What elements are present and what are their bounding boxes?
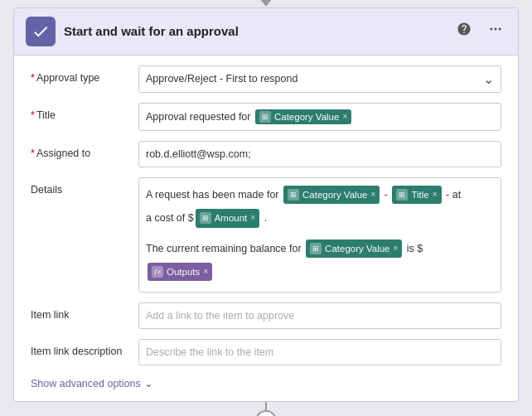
approval-type-row: *Approval type Approve/Reject - First to… (31, 65, 501, 93)
details-text-3b: is $ (404, 240, 423, 257)
title-prefix: Approval requested for (146, 111, 250, 123)
details-line-2: a cost of $ ⊞ Amount × . (146, 208, 267, 228)
approval-type-select[interactable]: Approve/Reject - First to respond ⌄ (138, 65, 501, 93)
token-icon: ⊞ (200, 212, 211, 224)
approval-icon (31, 22, 50, 41)
show-advanced-button[interactable]: Show advanced options ⌄ (31, 375, 501, 391)
item-link-desc-input[interactable]: Describe the link to the item (138, 339, 501, 365)
chevron-down-icon: ⌄ (144, 377, 153, 389)
item-link-desc-row: Item link description Describe the link … (31, 339, 501, 365)
category-value-token-title[interactable]: ⊞ Category Value × (255, 109, 351, 124)
assigned-to-row: *Assigned to rob.d.elliott@wsp.com; (31, 141, 501, 167)
item-link-label: Item link (31, 302, 138, 321)
item-link-row: Item link Add a link to the item to appr… (31, 302, 501, 329)
card-header: Start and wait for an approval (14, 8, 518, 56)
token-close[interactable]: × (370, 188, 375, 201)
token-icon: ⊞ (310, 243, 322, 254)
title-input[interactable]: Approval requested for ⊞ Category Value … (138, 103, 501, 131)
approval-card: Start and wait for an approval (13, 7, 519, 403)
details-text-1: A request has been made for (146, 186, 279, 203)
token-close[interactable]: × (250, 211, 255, 225)
bottom-line (265, 402, 267, 410)
help-button[interactable] (453, 20, 475, 42)
details-label: Details (31, 177, 138, 196)
details-end2: . (261, 210, 267, 226)
more-options-button[interactable] (485, 20, 506, 42)
details-token-category[interactable]: ⊞ Category Value × (283, 186, 380, 204)
title-row: *Title Approval requested for ⊞ Category… (31, 103, 501, 131)
details-token-amount[interactable]: ⊞ Amount × (196, 209, 259, 227)
chevron-down-icon: ⌄ (483, 71, 494, 87)
connector-arrow-top (258, 0, 274, 7)
details-token-category2[interactable]: ⊞ Category Value × (306, 239, 402, 258)
token-close[interactable]: × (433, 188, 438, 201)
token-icon: ⊞ (396, 189, 408, 201)
title-label: *Title (31, 103, 138, 121)
item-link-desc-label: Item link description (31, 339, 138, 357)
token-close[interactable]: × (203, 265, 208, 278)
token-icon: ⊞ (288, 189, 299, 201)
more-icon (488, 22, 503, 36)
assigned-to-label: *Assigned to (31, 141, 138, 159)
card-title: Start and wait for an approval (64, 24, 453, 38)
token-close[interactable]: × (394, 242, 399, 255)
details-line-3: The current remaining balance for ⊞ Cate… (146, 239, 423, 259)
show-advanced-label: Show advanced options (31, 378, 141, 389)
details-line-4: ƒx Outputs × (146, 262, 214, 282)
add-step-button[interactable]: + (255, 410, 277, 416)
item-link-placeholder: Add a link to the item to approve (146, 310, 294, 322)
header-actions (453, 20, 506, 42)
token-close-title[interactable]: × (342, 112, 347, 121)
connector-bottom: + (255, 402, 277, 416)
details-token-title[interactable]: ⊞ Title × (392, 186, 441, 204)
arrow-head (260, 0, 272, 7)
approval-type-label: *Approval type (31, 65, 138, 84)
details-token-outputs[interactable]: ƒx Outputs × (148, 263, 212, 281)
help-icon (457, 22, 472, 36)
details-line-1: A request has been made for ⊞ Category V… (146, 185, 461, 205)
assigned-email: rob.d.elliott@wsp.com; (146, 148, 251, 160)
step-icon (26, 17, 56, 46)
details-text-end1: - at (443, 186, 462, 203)
item-link-input[interactable]: Add a link to the item to approve (138, 302, 501, 329)
token-icon: ⊞ (259, 111, 271, 123)
token-icon: ƒx (152, 266, 163, 278)
svg-point-2 (499, 28, 501, 31)
assigned-to-input[interactable]: rob.d.elliott@wsp.com; (138, 141, 501, 167)
svg-point-0 (490, 28, 492, 31)
details-text-2: a cost of $ (146, 210, 194, 226)
card-body: *Approval type Approve/Reject - First to… (14, 56, 518, 402)
svg-point-1 (495, 28, 497, 31)
details-input[interactable]: A request has been made for ⊞ Category V… (138, 177, 501, 293)
approval-type-value: Approve/Reject - First to respond (146, 73, 297, 85)
item-link-desc-placeholder: Describe the link to the item (146, 346, 273, 358)
details-row: Details A request has been made for ⊞ Ca… (31, 177, 501, 293)
details-text-3: The current remaining balance for (146, 240, 302, 257)
flow-step-container: Start and wait for an approval (13, 0, 519, 416)
